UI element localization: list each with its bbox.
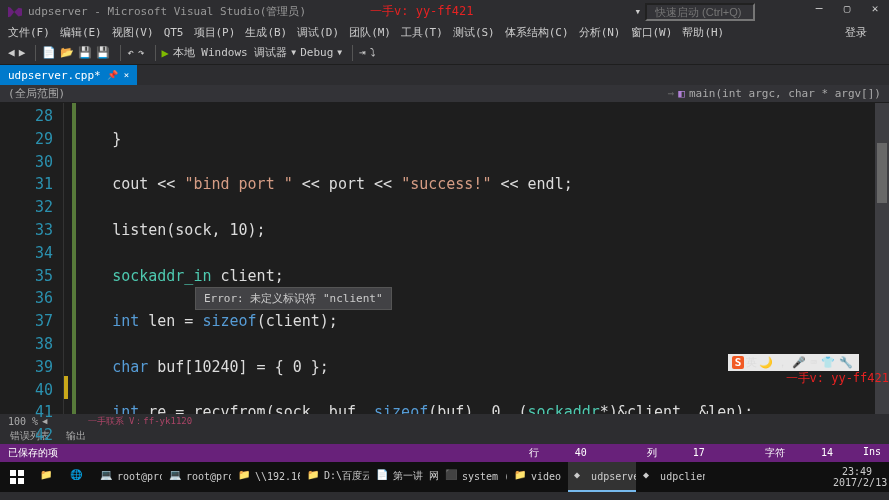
vertical-scrollbar[interactable] [875, 103, 889, 414]
ime-icon[interactable]: 🔧 [839, 356, 853, 369]
clock-date: 2017/2/13 [833, 477, 881, 488]
folder-icon: 📁 [238, 469, 252, 483]
redo-icon[interactable]: ↷ [138, 46, 145, 59]
watermark-text: 一手v: yy-ff421 [370, 3, 473, 20]
taskbar-explorer[interactable]: 📁 [34, 462, 63, 492]
output-tabs: 错误列表 输出 [0, 428, 889, 444]
taskbar-item[interactable]: ⬛system (C... [439, 462, 507, 492]
status-col: 列 17 [617, 446, 705, 460]
login-link[interactable]: 登录 [845, 25, 867, 40]
step-icon[interactable]: ⤵ [370, 46, 376, 59]
close-tab-icon[interactable]: × [124, 70, 129, 80]
vs-icon: ◆ [643, 469, 657, 483]
status-ins: Ins [863, 446, 881, 460]
status-char: 字符 14 [735, 446, 833, 460]
config-combo[interactable]: Debug [300, 46, 333, 59]
line-gutter: 282930313233343536373839404142 [0, 103, 64, 414]
taskbar-item[interactable]: 💻root@pro... [163, 462, 231, 492]
menu-build[interactable]: 生成(B) [245, 25, 287, 40]
save-all-icon[interactable]: 💾 [96, 46, 110, 59]
taskbar-item[interactable]: 💻root@pro... [94, 462, 162, 492]
ime-toolbar[interactable]: S 英 🌙 ， 🎤 ⌨ 👕 🔧 [728, 354, 859, 371]
method-icon: ◧ [678, 87, 685, 100]
ime-lang[interactable]: 英 [746, 355, 757, 370]
ime-icon[interactable]: ⌨ [810, 356, 817, 369]
menu-window[interactable]: 窗口(W) [631, 25, 673, 40]
ime-icon[interactable]: 🎤 [792, 356, 806, 369]
quick-launch-input[interactable] [645, 3, 755, 21]
breadcrumb-bar: (全局范围) → ◧ main(int argc, char * argv[]) [0, 85, 889, 103]
file-tab-active[interactable]: udpserver.cpp* 📌 × [0, 65, 137, 85]
taskbar-item[interactable]: ◆udpclient... [637, 462, 705, 492]
debugger-combo[interactable]: 本地 Windows 调试器 [173, 45, 288, 60]
status-line: 行 40 [499, 446, 587, 460]
taskbar-item[interactable]: 📁\\192.168... [232, 462, 300, 492]
menu-help[interactable]: 帮助(H) [682, 25, 724, 40]
menu-tools[interactable]: 工具(T) [401, 25, 443, 40]
folder-icon: 📁 [307, 469, 321, 483]
vs-logo-icon [8, 5, 22, 19]
ime-icon[interactable]: ， [777, 355, 788, 370]
menu-qt5[interactable]: QT5 [164, 26, 184, 39]
new-file-icon[interactable]: 📄 [42, 46, 56, 59]
tab-label: udpserver.cpp* [8, 69, 101, 82]
title-bar: udpserver - Microsoft Visual Studio(管理员)… [0, 0, 889, 23]
menu-view[interactable]: 视图(V) [112, 25, 154, 40]
start-debug-icon[interactable]: ▶ [162, 46, 169, 60]
menu-file[interactable]: 文件(F) [8, 25, 50, 40]
error-tooltip: Error: 未定义标识符 "nclient" [195, 287, 392, 310]
notification-icon[interactable]: ▾ [634, 5, 641, 18]
close-button[interactable]: ✕ [861, 2, 889, 22]
change-margin [64, 103, 76, 414]
dropdown-icon[interactable]: ▼ [337, 48, 342, 57]
menu-project[interactable]: 项目(P) [194, 25, 236, 40]
tab-output[interactable]: 输出 [58, 428, 94, 444]
menu-debug[interactable]: 调试(D) [297, 25, 339, 40]
menu-edit[interactable]: 编辑(E) [60, 25, 102, 40]
window-title: udpserver - Microsoft Visual Studio(管理员) [28, 4, 306, 19]
taskbar-item[interactable]: 📄第一讲 网... [370, 462, 438, 492]
nav-forward-icon[interactable]: ▶ [19, 46, 26, 59]
menu-arch[interactable]: 体系结构(C) [505, 25, 569, 40]
windows-icon [10, 470, 24, 484]
undo-icon[interactable]: ↶ [127, 46, 134, 59]
sogou-icon[interactable]: S [732, 356, 745, 369]
start-button[interactable] [0, 462, 34, 492]
pin-icon[interactable]: 📌 [107, 70, 118, 80]
toolbar: ◀ ▶ 📄 📂 💾 💾 ↶ ↷ ▶ 本地 Windows 调试器 ▼ Debug… [0, 41, 889, 65]
zoom-bar: 100 % ◀ 一手联系 V：ff-yk1120 [0, 414, 889, 428]
minimize-button[interactable]: ─ [805, 2, 833, 22]
taskbar-browser[interactable]: 🌐 [64, 462, 93, 492]
ime-icon[interactable]: 👕 [821, 356, 835, 369]
scope-selector[interactable]: (全局范围) [8, 86, 65, 101]
maximize-button[interactable]: ▢ [833, 2, 861, 22]
nav-back-icon[interactable]: ◀ [8, 46, 15, 59]
step-icon[interactable]: ⇥ [359, 46, 366, 59]
menu-team[interactable]: 团队(M) [349, 25, 391, 40]
putty-icon: 💻 [100, 469, 114, 483]
open-file-icon[interactable]: 📂 [60, 46, 74, 59]
separator-icon: → [668, 87, 675, 100]
menu-test[interactable]: 测试(S) [453, 25, 495, 40]
ime-icon[interactable]: 🌙 [759, 356, 773, 369]
save-icon[interactable]: 💾 [78, 46, 92, 59]
dropdown-icon[interactable]: ▼ [291, 48, 296, 57]
vs-icon: ◆ [574, 469, 588, 483]
taskbar-item[interactable]: 📁video [508, 462, 567, 492]
file-tabs: udpserver.cpp* 📌 × [0, 65, 889, 85]
clock-time: 23:49 [833, 466, 881, 477]
menu-analyze[interactable]: 分析(N) [579, 25, 621, 40]
modified-marker [64, 376, 68, 399]
taskbar-item-active[interactable]: ◆udpserver... [568, 462, 636, 492]
svg-rect-3 [18, 478, 24, 484]
svg-rect-0 [10, 470, 16, 476]
scrollbar-thumb[interactable] [877, 143, 887, 203]
tooltip-text: Error: 未定义标识符 "nclient" [204, 292, 383, 305]
saved-indicator: 已保存的项 [8, 446, 58, 460]
method-selector[interactable]: main(int argc, char * argv[]) [689, 87, 881, 100]
system-clock[interactable]: 23:49 2017/2/13 [825, 466, 889, 488]
watermark-small: 一手联系 V：ff-yk1120 [88, 415, 193, 428]
browser-icon: 🌐 [70, 469, 84, 483]
taskbar-item[interactable]: 📁D:\百度云... [301, 462, 369, 492]
watermark-text: 一手v: yy-ff421 [786, 370, 889, 387]
